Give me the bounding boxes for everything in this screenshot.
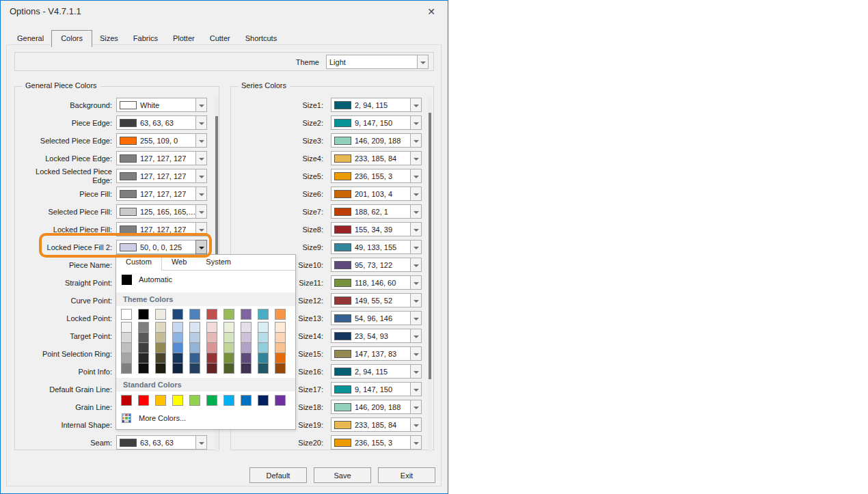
color-dropdown-field[interactable]: 188, 62, 1 (331, 204, 411, 219)
color-cell[interactable] (223, 309, 234, 320)
color-cell[interactable] (155, 342, 166, 353)
color-cell[interactable] (121, 332, 132, 343)
color-dropdown-field[interactable]: 125, 165, 165,… (116, 204, 196, 219)
save-button[interactable]: Save (314, 467, 371, 483)
color-cell[interactable] (189, 309, 200, 320)
color-cell[interactable] (189, 395, 200, 406)
color-dropdown-field[interactable]: 233, 185, 84 (331, 151, 411, 165)
general-color-dropdown[interactable]: 127, 127, 127 (116, 169, 207, 183)
dropdown-button[interactable] (410, 115, 422, 130)
dropdown-button[interactable] (195, 98, 207, 112)
color-dropdown-field[interactable]: 2, 94, 115 (331, 98, 411, 112)
color-cell[interactable] (172, 309, 183, 320)
color-cell[interactable] (275, 342, 286, 353)
tab-shortcuts[interactable]: Shortcuts (238, 31, 284, 46)
series-color-dropdown[interactable]: 118, 146, 60 (331, 275, 422, 290)
dropdown-button[interactable] (410, 169, 422, 183)
general-color-dropdown[interactable]: 125, 165, 165,… (116, 204, 207, 219)
dropdown-button[interactable] (410, 258, 422, 272)
theme-dropdown[interactable]: Light (326, 55, 429, 69)
color-dropdown-field[interactable]: 201, 103, 4 (331, 187, 411, 201)
general-color-dropdown[interactable]: 127, 127, 127 (116, 187, 207, 201)
dropdown-button[interactable] (410, 240, 422, 254)
default-button[interactable]: Default (249, 467, 307, 483)
color-cell[interactable] (275, 353, 286, 363)
color-cell[interactable] (206, 342, 217, 353)
color-cell[interactable] (138, 363, 149, 374)
color-dropdown-field[interactable]: 146, 209, 188 (331, 400, 411, 414)
theme-dropdown-field[interactable]: Light (326, 55, 418, 69)
color-cell[interactable] (155, 322, 166, 333)
dropdown-button[interactable] (195, 204, 207, 219)
color-cell[interactable] (241, 395, 252, 406)
color-dropdown-field[interactable]: 49, 133, 155 (331, 240, 411, 254)
color-dropdown-field[interactable]: 236, 155, 3 (331, 435, 411, 450)
color-cell[interactable] (121, 309, 132, 320)
color-cell[interactable] (189, 332, 200, 343)
series-color-dropdown[interactable]: 146, 209, 188 (331, 133, 422, 148)
color-cell[interactable] (189, 322, 200, 333)
color-cell[interactable] (172, 353, 183, 363)
series-color-dropdown[interactable]: 147, 137, 83 (331, 346, 422, 361)
color-cell[interactable] (121, 342, 132, 353)
dropdown-button[interactable] (410, 204, 422, 219)
color-cell[interactable] (155, 309, 166, 320)
close-icon[interactable]: ✕ (422, 4, 441, 19)
color-cell[interactable] (172, 342, 183, 353)
series-color-dropdown[interactable]: 236, 155, 3 (331, 435, 422, 450)
color-dropdown-field[interactable]: 118, 146, 60 (331, 275, 411, 290)
color-dropdown-field[interactable]: 146, 209, 188 (331, 133, 411, 148)
color-cell[interactable] (258, 332, 269, 343)
more-colors-item[interactable]: More Colors... (116, 409, 186, 427)
dropdown-button[interactable] (195, 133, 207, 148)
color-cell[interactable] (275, 309, 286, 320)
dropdown-button[interactable] (410, 151, 422, 165)
color-cell[interactable] (189, 363, 200, 374)
color-dropdown-field[interactable]: 63, 63, 63 (116, 435, 196, 450)
color-dropdown-field[interactable]: White (116, 98, 196, 112)
color-cell[interactable] (155, 395, 166, 406)
color-cell[interactable] (223, 363, 234, 374)
dropdown-button[interactable] (410, 133, 422, 148)
series-color-dropdown[interactable]: 236, 155, 3 (331, 169, 422, 183)
tab-colors[interactable]: Colors (51, 30, 92, 47)
color-cell[interactable] (241, 342, 252, 353)
series-color-dropdown[interactable]: 23, 54, 93 (331, 329, 422, 343)
color-dropdown-field[interactable]: 2, 94, 115 (331, 364, 411, 379)
color-cell[interactable] (121, 353, 132, 363)
series-color-dropdown[interactable]: 188, 62, 1 (331, 204, 422, 219)
series-color-dropdown[interactable]: 54, 96, 146 (331, 311, 422, 325)
dropdown-button[interactable] (410, 400, 422, 414)
color-cell[interactable] (223, 322, 234, 333)
tab-fabrics[interactable]: Fabrics (126, 31, 165, 46)
color-cell[interactable] (241, 363, 252, 374)
color-cell[interactable] (241, 353, 252, 363)
dropdown-button[interactable] (195, 435, 207, 450)
dropdown-button[interactable] (410, 435, 422, 450)
color-cell[interactable] (155, 363, 166, 374)
color-cell[interactable] (138, 322, 149, 333)
color-cell[interactable] (155, 353, 166, 363)
dropdown-button[interactable] (195, 151, 207, 165)
series-color-dropdown[interactable]: 146, 209, 188 (331, 400, 422, 414)
color-cell[interactable] (275, 322, 286, 333)
color-cell[interactable] (206, 353, 217, 363)
color-cell[interactable] (172, 322, 183, 333)
color-cell[interactable] (172, 363, 183, 374)
general-color-dropdown[interactable]: 255, 109, 0 (116, 133, 207, 148)
dropdown-button[interactable] (410, 346, 422, 361)
color-cell[interactable] (206, 322, 217, 333)
series-color-dropdown[interactable]: 155, 34, 39 (331, 222, 422, 236)
color-cell[interactable] (138, 342, 149, 353)
series-color-dropdown[interactable]: 9, 147, 150 (331, 382, 422, 396)
dropdown-button[interactable] (410, 382, 422, 396)
tab-sizes[interactable]: Sizes (92, 31, 126, 46)
color-dropdown-field[interactable]: 95, 73, 122 (331, 258, 411, 272)
general-color-dropdown[interactable]: White (116, 98, 207, 112)
color-cell[interactable] (258, 322, 269, 333)
series-color-dropdown[interactable]: 2, 94, 115 (331, 98, 422, 112)
color-cell[interactable] (206, 363, 217, 374)
color-dropdown-field[interactable]: 127, 127, 127 (116, 187, 196, 201)
color-cell[interactable] (138, 353, 149, 363)
tab-plotter[interactable]: Plotter (165, 31, 202, 46)
